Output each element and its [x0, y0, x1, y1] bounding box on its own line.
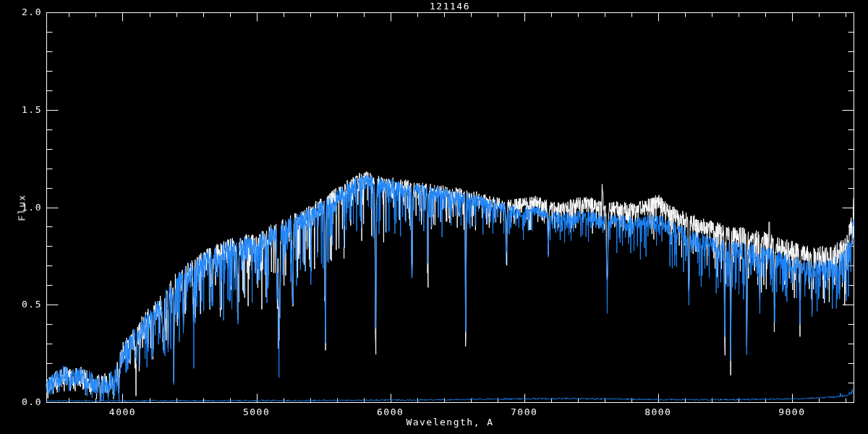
x-tick-label: 4000 — [96, 407, 148, 417]
x-tick-label: 5000 — [231, 407, 283, 417]
spectrum-plot-canvas — [0, 0, 868, 434]
y-tick-label: 1.5 — [0, 104, 42, 115]
spectrum-plot-figure: 121146 Wavelength, A Flux 40005000600070… — [0, 0, 868, 434]
x-tick-label: 9000 — [766, 407, 818, 417]
plot-title: 121146 — [46, 1, 854, 12]
x-axis-label: Wavelength, A — [46, 417, 854, 427]
y-tick-label: 0.5 — [0, 299, 42, 310]
y-tick-label: 1.0 — [0, 202, 42, 213]
x-tick-label: 6000 — [365, 407, 417, 417]
x-tick-label: 8000 — [632, 407, 684, 417]
y-tick-label: 2.0 — [0, 7, 42, 17]
y-tick-label: 0.0 — [0, 396, 42, 407]
x-tick-label: 7000 — [498, 407, 550, 417]
